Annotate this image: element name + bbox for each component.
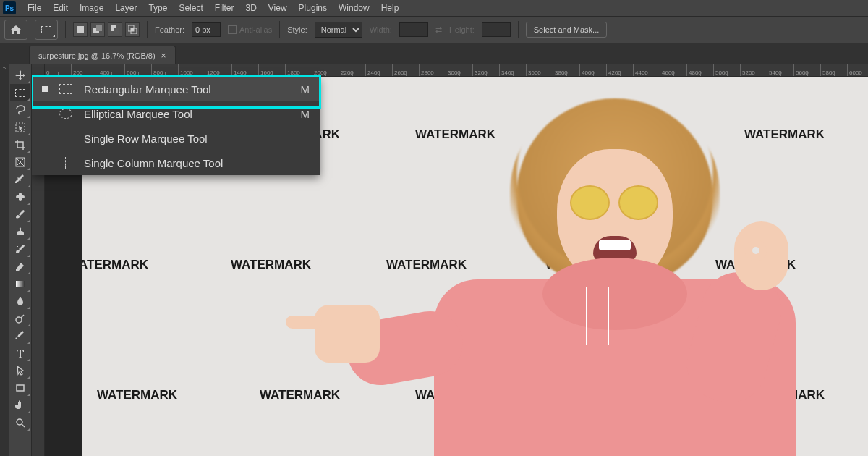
move-tool[interactable] xyxy=(10,67,30,84)
chevron-icon: » xyxy=(3,65,6,72)
menu-image[interactable]: Image xyxy=(74,0,109,16)
marquee-tool-flyout: Rectangular Marquee Tool M Elliptical Ma… xyxy=(32,77,320,175)
new-selection-button[interactable] xyxy=(73,22,88,37)
crop-tool[interactable] xyxy=(10,136,30,153)
svg-rect-11 xyxy=(16,281,25,287)
current-tool-dropdown[interactable] xyxy=(35,20,58,40)
intersect-selection-button[interactable] xyxy=(125,22,140,37)
svg-point-12 xyxy=(16,317,22,323)
eyedropper-tool[interactable] xyxy=(10,171,30,188)
blur-tool[interactable] xyxy=(10,292,30,310)
ruler-tick: 0 xyxy=(45,64,72,76)
ruler-tick: 1200 xyxy=(205,64,232,76)
tab-title: surpesture.jpg @ 16.7% (RGB/8) xyxy=(38,51,156,60)
ruler-tick: 3200 xyxy=(473,64,500,76)
flyout-item-col[interactable]: Single Column Marquee Tool xyxy=(32,151,320,175)
flyout-shortcut: M xyxy=(301,83,310,96)
menu-filter[interactable]: Filter xyxy=(209,0,240,16)
ruler-tick: 3600 xyxy=(527,64,553,76)
lasso-tool[interactable] xyxy=(10,101,30,119)
ruler-tick: 3400 xyxy=(500,64,527,76)
photoshop-logo-icon: Ps xyxy=(3,1,16,14)
menu-layer[interactable]: Layer xyxy=(109,0,142,16)
menu-help[interactable]: Help xyxy=(375,0,405,16)
watermark-text: WATERMARK xyxy=(231,258,311,272)
antialias-label: Anti-alias xyxy=(239,25,272,34)
intersect-icon xyxy=(128,25,137,34)
dodge-tool[interactable] xyxy=(10,310,30,327)
work-area: » 02004006008001000120014001600180020002… xyxy=(0,64,868,456)
svg-rect-10 xyxy=(19,193,22,201)
style-label: Style: xyxy=(287,25,307,34)
menu-select[interactable]: Select xyxy=(173,0,208,16)
select-and-mask-button[interactable]: Select and Mask... xyxy=(526,22,608,38)
path-select-tool[interactable] xyxy=(10,362,30,379)
gradient-tool[interactable] xyxy=(10,275,30,292)
flyout-label: Rectangular Marquee Tool xyxy=(84,83,291,96)
feather-input[interactable] xyxy=(192,22,221,37)
menu-file[interactable]: File xyxy=(22,0,47,16)
separator xyxy=(279,21,280,38)
subtract-selection-button[interactable] xyxy=(108,22,122,37)
ruler-tick: 2600 xyxy=(393,64,420,76)
menu-type[interactable]: Type xyxy=(142,0,173,16)
flyout-label: Single Row Marquee Tool xyxy=(84,132,299,145)
subtract-icon xyxy=(111,25,119,34)
ruler-tick: 200 xyxy=(72,64,98,76)
home-button[interactable] xyxy=(4,20,27,40)
menu-view[interactable]: View xyxy=(263,0,293,16)
hand-tool[interactable] xyxy=(10,397,30,414)
frame-tool[interactable] xyxy=(10,153,30,171)
healing-tool[interactable] xyxy=(10,188,30,206)
ruler-tick: 3000 xyxy=(446,64,473,76)
menu-edit[interactable]: Edit xyxy=(47,0,74,16)
menu-3d[interactable]: 3D xyxy=(239,0,262,16)
svg-rect-6 xyxy=(131,28,134,31)
type-tool[interactable] xyxy=(10,345,30,362)
menu-window[interactable]: Window xyxy=(333,0,375,16)
document-tab[interactable]: surpesture.jpg @ 16.7% (RGB/8) × xyxy=(29,46,176,64)
marquee-tool[interactable] xyxy=(10,84,30,101)
pen-tool[interactable] xyxy=(10,327,30,345)
row-marquee-icon xyxy=(58,132,74,145)
canvas-area: 0200400600800100012001400160018002000220… xyxy=(32,64,868,456)
ruler-tick: 400 xyxy=(98,64,125,76)
eraser-tool[interactable] xyxy=(10,258,30,275)
panel-handle[interactable]: » xyxy=(0,64,9,456)
ruler-tick: 3800 xyxy=(553,64,580,76)
antialias-checkbox xyxy=(228,25,237,34)
home-icon xyxy=(10,25,22,35)
clone-tool[interactable] xyxy=(10,223,30,240)
menu-plugins[interactable]: Plugins xyxy=(293,0,333,16)
flyout-label: Single Column Marquee Tool xyxy=(84,157,299,169)
rect-marquee-icon xyxy=(58,83,74,96)
brush-tool[interactable] xyxy=(10,206,30,223)
flyout-item-rect[interactable]: Rectangular Marquee Tool M xyxy=(32,77,320,101)
flyout-shortcut: M xyxy=(301,108,310,120)
zoom-tool[interactable] xyxy=(10,414,30,431)
style-select[interactable]: Normal xyxy=(315,22,362,38)
history-brush-tool[interactable] xyxy=(10,240,30,258)
svg-rect-13 xyxy=(17,385,24,391)
ruler-tick: 6000 xyxy=(848,64,868,76)
ruler-tick: 2200 xyxy=(339,64,366,76)
ruler-tick: 4600 xyxy=(660,64,687,76)
flyout-item-ellipse[interactable]: Elliptical Marquee Tool M xyxy=(32,101,320,126)
marquee-rect-icon xyxy=(41,26,51,33)
add-icon xyxy=(93,25,102,34)
ruler-tick: 4000 xyxy=(580,64,607,76)
ruler-tick: 5200 xyxy=(741,64,767,76)
flyout-item-row[interactable]: Single Row Marquee Tool xyxy=(32,126,320,151)
object-select-tool[interactable] xyxy=(10,119,30,136)
tab-close-button[interactable]: × xyxy=(161,51,166,61)
watermark-text: WATERMARK xyxy=(260,388,340,402)
feather-label: Feather: xyxy=(155,25,184,34)
svg-rect-1 xyxy=(96,25,102,31)
toolbox xyxy=(9,64,32,456)
ruler-tick: 1000 xyxy=(179,64,205,76)
rectangle-tool[interactable] xyxy=(10,379,30,397)
photo-subject xyxy=(383,98,846,456)
tab-bar: surpesture.jpg @ 16.7% (RGB/8) × xyxy=(0,43,868,64)
add-selection-button[interactable] xyxy=(90,22,105,37)
separator xyxy=(518,21,519,38)
